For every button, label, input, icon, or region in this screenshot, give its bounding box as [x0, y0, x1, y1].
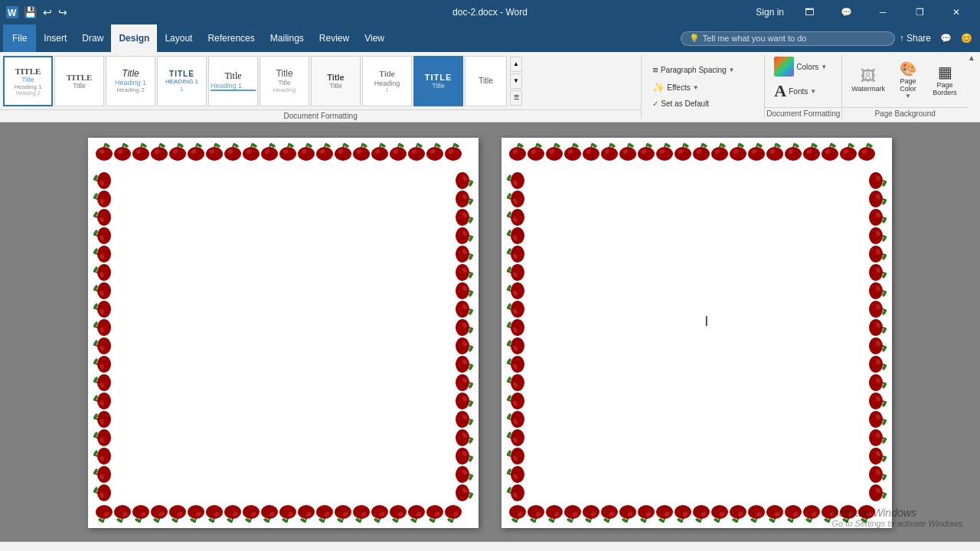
share-icon: ↑ [900, 33, 904, 44]
style-item-4[interactable]: Title Heading 1 [208, 56, 258, 106]
colors-fonts-section: Colors ▼ A Fonts ▼ Document Formatting [765, 52, 841, 119]
fonts-button[interactable]: A Fonts ▼ [771, 80, 819, 103]
doc-format-label: Document Formatting [0, 109, 641, 122]
tab-view[interactable]: View [357, 24, 392, 52]
paragraph-spacing-button[interactable]: ≡ Paragraph Spacing ▼ [648, 63, 739, 77]
watermark-icon: 🖼 [861, 67, 876, 85]
save-button[interactable]: 💾 [21, 6, 39, 18]
tab-draw[interactable]: Draw [74, 24, 111, 52]
tell-me-input[interactable]: 💡 Tell me what you want to do [681, 31, 895, 46]
page-background-label: Page Background [842, 107, 968, 119]
title-bar-left: W 💾 ↩ ↪ [6, 6, 70, 18]
page-color-button[interactable]: 🎨 Page Color ▼ [891, 60, 925, 99]
doc-format-section: TITLE Title Heading 1 Heading 2 TITLE Ti… [0, 52, 641, 122]
undo-button[interactable]: ↩ [41, 6, 54, 18]
tab-review[interactable]: Review [312, 24, 357, 52]
gallery-scroll: ▲ ▼ ☰ [508, 55, 524, 107]
lightbulb-icon: 💡 [689, 34, 700, 44]
style-item-5[interactable]: Title Title Heading [260, 56, 309, 106]
style-item-1[interactable]: TITLE Title [54, 56, 104, 106]
page-color-group: 🎨 Page Color ▼ [891, 60, 925, 99]
page-borders-group: ▦ Page Borders [928, 60, 962, 99]
ribbon-collapse-group: ▲ [968, 52, 980, 122]
style-item-8[interactable]: TITLE Title [413, 56, 463, 106]
text-cursor: I [704, 314, 708, 330]
page-borders-button[interactable]: ▦ Page Borders [928, 60, 962, 99]
page-border-1 [88, 138, 479, 528]
colors-icon [774, 57, 794, 77]
restore-from-taskbar-button[interactable]: 🗔 [792, 0, 827, 24]
page-border-2 [501, 138, 892, 528]
comments-button[interactable]: 💬 [936, 33, 956, 44]
maximize-button[interactable]: ❐ [902, 0, 937, 24]
svg-text:W: W [8, 8, 17, 18]
page-color-icon: 🎨 [900, 60, 916, 77]
close-button[interactable]: ✕ [939, 0, 974, 24]
gallery-scroll-up[interactable]: ▲ [510, 57, 522, 72]
para-spacing-dropdown-icon: ▼ [729, 67, 735, 73]
window-title: doc-2.docx - Word [452, 7, 528, 18]
style-item-7[interactable]: Title Heading 1 [362, 56, 412, 106]
ribbon-tab-bar: File Insert Draw Design Layout Reference… [0, 24, 980, 52]
style-item-9[interactable]: Title [465, 56, 507, 106]
set-default-button[interactable]: ✓ Set as Default [648, 98, 739, 109]
page-1[interactable] [88, 138, 479, 528]
style-item-2[interactable]: Title Heading 1 Heading 2 [106, 56, 155, 106]
page-color-dropdown-icon: ▼ [905, 93, 911, 99]
tab-references[interactable]: References [200, 24, 262, 52]
theme-tools-section: ≡ Paragraph Spacing ▼ ✨ Effects ▼ ✓ Set … [642, 52, 764, 119]
window-controls: Sign in 🗔 💬 ─ ❐ ✕ [750, 0, 974, 24]
tab-mailings[interactable]: Mailings [263, 24, 312, 52]
ribbon-collapse-button[interactable]: ▲ [968, 54, 975, 62]
watermark-group: 🖼 Watermark [848, 60, 888, 99]
colors-button[interactable]: Colors ▼ [771, 55, 830, 78]
smiley-button[interactable]: 😊 [956, 33, 977, 44]
checkmark-icon: ✓ [652, 99, 658, 108]
style-item-3[interactable]: TITLE HEADING 1 1 [157, 56, 207, 106]
quick-access-toolbar: 💾 ↩ ↪ [21, 6, 70, 18]
doc-format-label2: Document Formatting [765, 107, 841, 119]
fonts-icon: A [774, 81, 786, 101]
watermark-button[interactable]: 🖼 Watermark [848, 60, 888, 99]
document-area: I Activate Windows Go to Settings to act… [0, 122, 980, 542]
style-item-0[interactable]: TITLE Title Heading 1 Heading 2 [3, 56, 53, 106]
effects-dropdown-icon: ▼ [693, 84, 699, 91]
signin-button[interactable]: Sign in [750, 0, 790, 24]
gallery-scroll-down[interactable]: ▼ [510, 73, 522, 89]
page-2[interactable]: I [501, 138, 892, 528]
fonts-dropdown-icon: ▼ [810, 88, 816, 95]
tab-design[interactable]: Design [111, 24, 157, 52]
title-bar: W 💾 ↩ ↪ doc-2.docx - Word Sign in 🗔 💬 ─ … [0, 0, 980, 24]
style-item-6[interactable]: Title Title [311, 56, 361, 106]
colors-dropdown-icon: ▼ [821, 64, 827, 70]
effects-icon: ✨ [652, 82, 665, 93]
page-borders-icon: ▦ [938, 63, 952, 81]
styles-gallery: TITLE Title Heading 1 Heading 2 TITLE Ti… [0, 52, 641, 109]
effects-button[interactable]: ✨ Effects ▼ [648, 80, 739, 95]
redo-button[interactable]: ↪ [56, 6, 70, 18]
page-background-section: 🖼 Watermark 🎨 Page Color ▼ ▦ Page Border… [842, 52, 968, 119]
tab-insert[interactable]: Insert [36, 24, 74, 52]
minimize-button[interactable]: ─ [865, 0, 900, 24]
gallery-expand[interactable]: ☰ [510, 90, 522, 106]
word-icon: W [6, 6, 18, 18]
tab-layout[interactable]: Layout [157, 24, 200, 52]
share-button[interactable]: ↑ Share [895, 33, 936, 44]
paragraph-spacing-icon: ≡ [652, 64, 658, 76]
comment-button[interactable]: 💬 [828, 0, 864, 24]
tab-file[interactable]: File [3, 24, 36, 52]
